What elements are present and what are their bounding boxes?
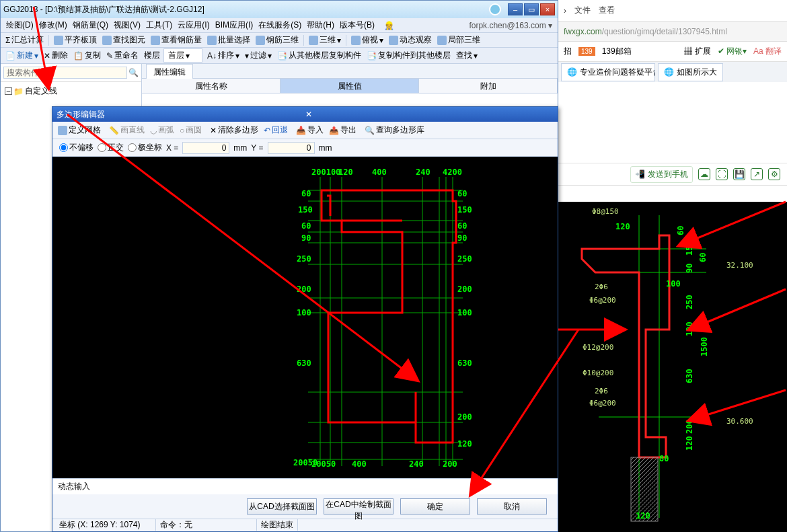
tb-top[interactable]: 俯视▾ [349, 34, 385, 46]
btn-cad-draw[interactable]: 在CAD中绘制截面图 [324, 498, 394, 515]
tb-sum[interactable]: Σ 汇总计算 [3, 34, 46, 46]
tb-undo[interactable]: ↶回退 [262, 124, 289, 136]
dim: 60 [301, 221, 311, 231]
lbl-12200: Φ12@200 [583, 343, 613, 352]
tb-sort[interactable]: A↓ 排序▾ [205, 50, 241, 61]
cloud-icon[interactable]: ☁ [698, 168, 710, 180]
share-icon[interactable]: ↗ [751, 168, 763, 180]
tb-arc[interactable]: ◡画弧 [149, 124, 176, 136]
bank-button[interactable]: ✔ 网银▾ [718, 46, 747, 57]
dim: 1500 [700, 337, 709, 356]
btn-ok[interactable]: 确定 [400, 498, 470, 515]
tb-batch[interactable]: 批量选择 [205, 34, 252, 46]
component-tree: – 📁 自定义线 [1, 82, 141, 100]
app-title: GGJ2013 - [D:\预结算及抽筋\广联达抽筋\测试-2.GGJ12] [3, 4, 489, 15]
tree-root[interactable]: – 📁 自定义线 [5, 85, 137, 98]
menu-file[interactable]: 文件 [574, 5, 591, 16]
tb-align[interactable]: 平齐板顶 [52, 34, 99, 46]
menu-online[interactable]: 在线服务(S) [257, 20, 303, 31]
tb-orbit[interactable]: 动态观察 [387, 34, 434, 46]
y-input[interactable] [268, 142, 315, 154]
tb-rebar-qty[interactable]: 查看钢筋量 [149, 34, 204, 46]
radio-no-offset[interactable]: 不偏移 [59, 142, 93, 153]
user-label[interactable]: forpk.chen@163.com ▾ [467, 21, 554, 30]
menu-view[interactable]: 视图(V) [112, 20, 142, 31]
lbl-6200: Φ6@200 [589, 296, 616, 305]
address-bar[interactable]: fwxgx.com/question/gimq/detail/1307945.h… [558, 22, 787, 42]
btn-cancel[interactable]: 取消 [477, 498, 547, 515]
menu-cloud[interactable]: 云应用(I) [176, 20, 211, 31]
menu-view[interactable]: 查看 [599, 5, 615, 16]
x-input[interactable] [182, 142, 229, 154]
tb-delete[interactable]: ✕ 删除 [42, 50, 70, 61]
bookmark-mail[interactable]: 139邮箱 [602, 46, 632, 57]
menu-bim[interactable]: BIM应用(I) [214, 20, 255, 31]
lbl-elev2: 30.600 [726, 417, 753, 426]
dim: 240 [409, 459, 424, 469]
radio-polar[interactable]: 极坐标 [128, 142, 162, 153]
browser-menu: › 文件 查看 [558, 0, 787, 22]
tb-filter[interactable]: ▾ 过滤▾ [243, 50, 274, 61]
tb-export[interactable]: 📤导出 [328, 124, 358, 136]
tb-query[interactable]: 🔍查询多边形库 [363, 124, 426, 136]
menu-draw[interactable]: 绘图(D) [5, 20, 35, 31]
tb-grid[interactable]: 定义网格 [57, 124, 102, 136]
search-icon [102, 36, 112, 45]
tb-local3d[interactable]: 局部三维 [435, 34, 482, 46]
dim: 80 [659, 454, 669, 463]
search-input[interactable] [3, 67, 127, 79]
reference-drawing: Φ8@150 2Φ6 Φ6@200 Φ12@200 Φ10@200 2Φ6 Φ6… [558, 202, 787, 532]
tb-import[interactable]: 📥导入 [295, 124, 325, 136]
floor-select[interactable]: 首层 ▾ [163, 48, 202, 63]
dim: 120 [338, 167, 353, 177]
search-go-icon[interactable]: 🔍 [128, 68, 139, 77]
dim: 90 [457, 233, 467, 243]
chevron-right-icon[interactable]: › [564, 6, 566, 15]
tb-line[interactable]: 📏画直线 [108, 124, 146, 136]
dynamic-input[interactable]: 动态输入 [58, 481, 90, 492]
browser-tab-1[interactable]: 🌐专业造价问题答疑平台-广联达× [561, 63, 655, 81]
dim: 90 [301, 233, 311, 243]
menu-tools[interactable]: 工具(T) [145, 20, 174, 31]
send-to-phone[interactable]: 📲 发送到手机 [630, 166, 693, 183]
menu-help[interactable]: 帮助(H) [305, 20, 336, 31]
expand-icon[interactable]: ⛶ [716, 168, 728, 180]
btn-cad-select[interactable]: 从CAD选择截面图 [247, 498, 317, 515]
ext-button[interactable]: ▦ 扩展 [684, 46, 710, 57]
tree-toggle-icon[interactable]: – [5, 87, 12, 95]
dim: 4200 [443, 167, 462, 177]
dim: 20050 [311, 459, 336, 469]
bookmark-label[interactable]: 招 [564, 46, 572, 57]
property-header: 属性名称 属性值 附加 [142, 79, 558, 93]
dialog-close-icon[interactable]: ✕ [305, 110, 554, 119]
tb-rename[interactable]: ✎ 重命名 [104, 50, 141, 61]
tb-rebar3d[interactable]: 钢筋三维 [254, 34, 301, 46]
tb-circle[interactable]: ○画圆 [178, 124, 203, 136]
gear-icon[interactable]: ⚙ [768, 168, 780, 180]
menu-modify[interactable]: 修改(M) [38, 20, 69, 31]
tb-find[interactable]: 查找▾ [454, 50, 480, 61]
tb-copyfrom[interactable]: 📑 从其他楼层复制构件 [275, 50, 363, 61]
tab-properties[interactable]: 属性编辑 [146, 64, 193, 80]
browser-tab-2[interactable]: 🌐如图所示大 [658, 63, 723, 81]
tb-clear[interactable]: ✕清除多边形 [209, 124, 260, 136]
tb-copy[interactable]: 📋 复制 [71, 50, 103, 61]
close-button[interactable]: × [540, 3, 555, 15]
dim: 200 [457, 284, 472, 294]
dim: 100 [457, 308, 472, 317]
menu-version[interactable]: 版本号(B) [338, 20, 376, 31]
dim: 250 [457, 254, 472, 264]
dialog-canvas[interactable]: 200100 120 400 240 4200 60 150 60 90 250… [52, 157, 558, 478]
box-icon [309, 36, 318, 45]
tb-copyto[interactable]: 📑 复制构件到其他楼层 [365, 50, 453, 61]
translate-button[interactable]: Aa 翻译 [753, 46, 782, 57]
menu-rebar[interactable]: 钢筋量(Q) [71, 20, 110, 31]
save-icon[interactable]: 💾 [733, 168, 745, 180]
restore-button[interactable]: ▭ [524, 3, 539, 15]
radio-ortho[interactable]: 正交 [98, 142, 124, 153]
tb-new[interactable]: 📄 新建▾ [3, 50, 40, 61]
dim: 100 [666, 279, 681, 289]
tb-3d[interactable]: 三维▾ [307, 34, 343, 46]
tb-find-ele[interactable]: 查找图元 [100, 34, 147, 46]
minimize-button[interactable]: – [508, 3, 523, 15]
